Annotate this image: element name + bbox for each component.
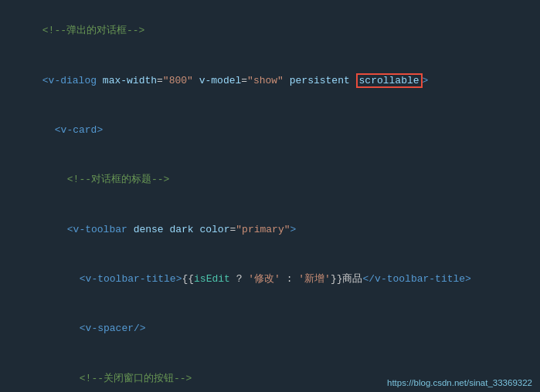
code-line-2: <v-dialog max-width="800" v-model="show"… — [0, 56, 540, 105]
code-line-3: <v-card> — [0, 106, 540, 155]
page-url: https://blog.csdn.net/sinat_33369322 — [387, 378, 532, 387]
code-editor: <!--弹出的对话框--> <v-dialog max-width="800" … — [0, 0, 540, 392]
code-line-5: <v-toolbar dense dark color="primary"> — [0, 204, 540, 254]
scrollable-highlight: scrollable — [356, 73, 423, 88]
code-line-1: <!--弹出的对话框--> — [0, 6, 540, 56]
comment-1: <!--弹出的对话框--> — [42, 25, 145, 36]
code-line-7: <v-spacer/> — [0, 304, 540, 353]
code-line-4: <!--对话框的标题--> — [0, 155, 540, 204]
code-line-6: <v-toolbar-title>{{isEdit ? '修改' : '新增'}… — [0, 255, 540, 304]
